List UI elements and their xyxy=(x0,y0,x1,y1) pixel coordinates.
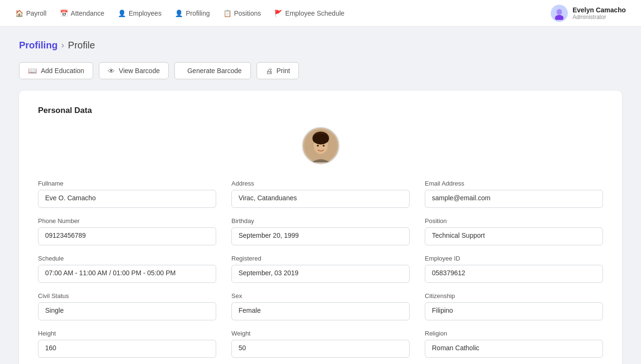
nav-user: Evelyn Camacho Administrator xyxy=(551,5,626,22)
view-barcode-label: View Barcode xyxy=(119,67,160,75)
employee-avatar xyxy=(302,127,340,165)
print-button[interactable]: 🖨Print xyxy=(257,62,299,79)
field-registered: Registered September, 03 2019 xyxy=(231,255,410,283)
svg-point-1 xyxy=(556,9,562,15)
form-grid: Fullname Eve O. Camacho Address Virac, C… xyxy=(38,180,603,358)
toolbar: 📖Add Education👁View BarcodeGenerate Barc… xyxy=(19,62,622,79)
breadcrumb: Profiling › Profile xyxy=(19,40,622,51)
navbar: 🏠Payroll📅Attendance👤Employees👤Profiling📋… xyxy=(0,0,641,27)
attendance-icon: 📅 xyxy=(60,9,68,17)
field-phone-number: Phone Number 09123456789 xyxy=(38,217,216,245)
main-content: Profiling › Profile 📖Add Education👁View … xyxy=(0,27,641,364)
nav-item-label-positions: Positions xyxy=(234,9,261,17)
field-label-13: Weight xyxy=(231,330,410,337)
field-value-4: September 20, 1999 xyxy=(231,227,410,245)
nav-item-label-attendance: Attendance xyxy=(71,9,105,17)
personal-data-card: Personal Data xyxy=(19,91,622,364)
field-value-11: Filipino xyxy=(425,302,603,320)
field-label-12: Height xyxy=(38,330,216,337)
field-label-7: Registered xyxy=(231,255,410,262)
nav-item-label-payroll: Payroll xyxy=(26,9,47,17)
breadcrumb-parent[interactable]: Profiling xyxy=(19,40,57,51)
field-civil-status: Civil Status Single xyxy=(38,292,216,320)
view-barcode-button[interactable]: 👁View Barcode xyxy=(99,62,169,79)
nav-items: 🏠Payroll📅Attendance👤Employees👤Profiling📋… xyxy=(15,8,551,19)
field-label-8: Employee ID xyxy=(425,255,603,262)
nav-item-positions[interactable]: 📋Positions xyxy=(223,8,261,19)
breadcrumb-separator: › xyxy=(61,40,64,50)
field-religion: Religion Roman Catholic xyxy=(425,330,603,358)
field-value-9: Single xyxy=(38,302,216,320)
payroll-icon: 🏠 xyxy=(15,9,23,17)
field-fullname: Fullname Eve O. Camacho xyxy=(38,180,216,208)
nav-item-profiling[interactable]: 👤Profiling xyxy=(175,8,210,19)
breadcrumb-current: Profile xyxy=(68,40,95,51)
field-birthday: Birthday September 20, 1999 xyxy=(231,217,410,245)
view-barcode-icon: 👁 xyxy=(108,67,115,75)
field-label-6: Schedule xyxy=(38,255,216,262)
nav-item-label-employee-schedule: Employee Schedule xyxy=(285,9,344,17)
field-value-13: 50 xyxy=(231,340,410,358)
field-address: Address Virac, Catanduanes xyxy=(231,180,410,208)
nav-user-name: Evelyn Camacho xyxy=(573,6,626,14)
field-value-1: Virac, Catanduanes xyxy=(231,190,410,208)
field-position: Position Technical Support xyxy=(425,217,603,245)
nav-item-employees[interactable]: 👤Employees xyxy=(118,8,162,19)
field-label-4: Birthday xyxy=(231,217,410,224)
field-value-14: Roman Catholic xyxy=(425,340,603,358)
add-education-button[interactable]: 📖Add Education xyxy=(19,62,93,79)
nav-item-payroll[interactable]: 🏠Payroll xyxy=(15,8,47,19)
field-value-5: Technical Support xyxy=(425,227,603,245)
nav-item-employee-schedule[interactable]: 🚩Employee Schedule xyxy=(274,8,344,19)
add-education-icon: 📖 xyxy=(28,66,37,75)
generate-barcode-button[interactable]: Generate Barcode xyxy=(174,62,250,79)
field-employee-id: Employee ID 058379612 xyxy=(425,255,603,283)
field-label-10: Sex xyxy=(231,292,410,299)
avatar-section xyxy=(38,127,603,165)
field-value-2: sample@email.com xyxy=(425,190,603,208)
avatar xyxy=(551,5,568,22)
field-label-5: Position xyxy=(425,217,603,224)
field-value-7: September, 03 2019 xyxy=(231,265,410,283)
field-value-8: 058379612 xyxy=(425,265,603,283)
employees-icon: 👤 xyxy=(118,9,126,17)
nav-user-role: Administrator xyxy=(573,14,626,20)
field-label-3: Phone Number xyxy=(38,217,216,224)
field-value-12: 160 xyxy=(38,340,216,358)
field-value-6: 07:00 AM - 11:00 AM / 01:00 PM - 05:00 P… xyxy=(38,265,216,283)
employee-schedule-icon: 🚩 xyxy=(274,9,282,17)
nav-item-label-employees: Employees xyxy=(129,9,162,17)
field-value-0: Eve O. Camacho xyxy=(38,190,216,208)
field-sex: Sex Female xyxy=(231,292,410,320)
add-education-label: Add Education xyxy=(41,67,84,75)
field-label-0: Fullname xyxy=(38,180,216,187)
field-label-11: Citizenship xyxy=(425,292,603,299)
field-value-10: Female xyxy=(231,302,410,320)
positions-icon: 📋 xyxy=(223,9,231,17)
nav-item-attendance[interactable]: 📅Attendance xyxy=(60,8,105,19)
field-height: Height 160 xyxy=(38,330,216,358)
print-icon: 🖨 xyxy=(266,67,273,75)
field-weight: Weight 50 xyxy=(231,330,410,358)
svg-point-6 xyxy=(313,134,328,145)
field-email-address: Email Address sample@email.com xyxy=(425,180,603,208)
field-label-1: Address xyxy=(231,180,410,187)
svg-point-8 xyxy=(322,145,324,147)
field-value-3: 09123456789 xyxy=(38,227,216,245)
print-label: Print xyxy=(277,67,290,75)
field-schedule: Schedule 07:00 AM - 11:00 AM / 01:00 PM … xyxy=(38,255,216,283)
svg-point-7 xyxy=(316,145,318,147)
field-citizenship: Citizenship Filipino xyxy=(425,292,603,320)
generate-barcode-label: Generate Barcode xyxy=(187,67,241,75)
field-label-14: Religion xyxy=(425,330,603,337)
nav-item-label-profiling: Profiling xyxy=(186,9,210,17)
profiling-icon: 👤 xyxy=(175,9,183,17)
field-label-9: Civil Status xyxy=(38,292,216,299)
field-label-2: Email Address xyxy=(425,180,603,187)
card-title: Personal Data xyxy=(38,106,603,115)
nav-user-info: Evelyn Camacho Administrator xyxy=(573,6,626,20)
